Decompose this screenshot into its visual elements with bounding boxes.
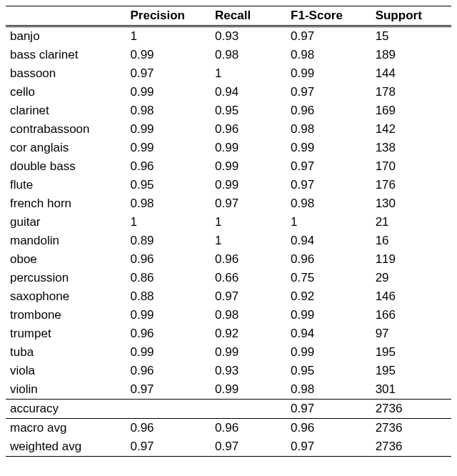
cell-recall: 0.66 — [211, 269, 286, 287]
cell-precision: 0.96 — [126, 419, 211, 438]
cell-precision: 1 — [126, 26, 211, 46]
cell-recall: 0.98 — [211, 306, 286, 324]
cell-precision: 0.99 — [126, 83, 211, 101]
cell-support: 2736 — [371, 419, 451, 438]
cell-f1: 0.99 — [286, 343, 371, 362]
row-label: macro avg — [6, 419, 126, 438]
cell-support: 119 — [371, 250, 451, 269]
col-f1: F1-Score — [286, 6, 371, 26]
cell-precision: 0.89 — [126, 232, 211, 250]
cell-precision: 0.95 — [126, 176, 211, 194]
table-row: accuracy0.972736 — [6, 400, 451, 419]
cell-recall: 0.96 — [211, 120, 286, 139]
cell-recall: 0.98 — [211, 46, 286, 64]
table-row: cor anglais0.990.990.99138 — [6, 139, 451, 157]
cell-f1: 0.96 — [286, 250, 371, 269]
cell-support: 16 — [371, 232, 451, 250]
cell-recall: 0.99 — [211, 176, 286, 194]
table-row: percussion0.860.660.7529 — [6, 269, 451, 287]
row-label: banjo — [6, 26, 126, 46]
row-label: saxophone — [6, 287, 126, 306]
cell-precision: 0.96 — [126, 250, 211, 269]
cell-f1: 0.99 — [286, 306, 371, 324]
cell-support: 138 — [371, 139, 451, 157]
cell-recall: 0.95 — [211, 101, 286, 120]
cell-recall: 1 — [211, 232, 286, 250]
table-row: mandolin0.8910.9416 — [6, 232, 451, 250]
col-recall: Recall — [211, 6, 286, 26]
table-row: contrabassoon0.990.960.98142 — [6, 120, 451, 139]
col-blank — [6, 6, 126, 26]
cell-precision: 1 — [126, 213, 211, 232]
table-row: bassoon0.9710.99144 — [6, 64, 451, 83]
table-row: weighted avg0.970.970.972736 — [6, 437, 451, 457]
table-row: guitar11121 — [6, 213, 451, 232]
cell-f1: 0.96 — [286, 101, 371, 120]
classification-report-table: Precision Recall F1-Score Support banjo1… — [6, 6, 451, 457]
row-label: accuracy — [6, 400, 126, 419]
col-support: Support — [371, 6, 451, 26]
col-precision: Precision — [126, 6, 211, 26]
cell-support: 130 — [371, 194, 451, 213]
cell-precision: 0.99 — [126, 120, 211, 139]
cell-f1: 0.75 — [286, 269, 371, 287]
cell-recall: 0.97 — [211, 287, 286, 306]
cell-recall: 0.93 — [211, 26, 286, 46]
cell-precision: 0.86 — [126, 269, 211, 287]
row-label: trumpet — [6, 324, 126, 343]
row-label: bassoon — [6, 64, 126, 83]
row-label: guitar — [6, 213, 126, 232]
cell-recall: 0.96 — [211, 419, 286, 438]
cell-precision: 0.99 — [126, 343, 211, 362]
cell-f1: 0.94 — [286, 324, 371, 343]
cell-recall: 0.92 — [211, 324, 286, 343]
cell-recall: 0.94 — [211, 83, 286, 101]
cell-precision: 0.99 — [126, 306, 211, 324]
cell-recall: 1 — [211, 64, 286, 83]
cell-support: 189 — [371, 46, 451, 64]
table-row: trumpet0.960.920.9497 — [6, 324, 451, 343]
row-label: double bass — [6, 157, 126, 176]
table-row: french horn0.980.970.98130 — [6, 194, 451, 213]
cell-f1: 0.92 — [286, 287, 371, 306]
cell-recall: 0.96 — [211, 250, 286, 269]
row-label: trombone — [6, 306, 126, 324]
cell-precision: 0.96 — [126, 324, 211, 343]
cell-f1: 0.95 — [286, 362, 371, 380]
table-row: saxophone0.880.970.92146 — [6, 287, 451, 306]
cell-support: 195 — [371, 362, 451, 380]
cell-f1: 0.99 — [286, 139, 371, 157]
table-row: cello0.990.940.97178 — [6, 83, 451, 101]
cell-f1: 0.97 — [286, 400, 371, 419]
cell-f1: 0.94 — [286, 232, 371, 250]
row-label: bass clarinet — [6, 46, 126, 64]
cell-recall: 0.93 — [211, 362, 286, 380]
table-row: oboe0.960.960.96119 — [6, 250, 451, 269]
cell-f1: 1 — [286, 213, 371, 232]
row-label: viola — [6, 362, 126, 380]
cell-recall: 0.99 — [211, 157, 286, 176]
cell-f1: 0.97 — [286, 26, 371, 46]
cell-f1: 0.97 — [286, 157, 371, 176]
cell-f1: 0.97 — [286, 437, 371, 457]
cell-support: 2736 — [371, 400, 451, 419]
cell-f1: 0.98 — [286, 380, 371, 400]
cell-support: 169 — [371, 101, 451, 120]
cell-support: 142 — [371, 120, 451, 139]
cell-f1: 0.98 — [286, 120, 371, 139]
cell-precision: 0.98 — [126, 101, 211, 120]
row-label: tuba — [6, 343, 126, 362]
table-row: clarinet0.980.950.96169 — [6, 101, 451, 120]
cell-support: 15 — [371, 26, 451, 46]
cell-support: 178 — [371, 83, 451, 101]
table-row: banjo10.930.9715 — [6, 26, 451, 46]
cell-precision: 0.99 — [126, 46, 211, 64]
cell-precision: 0.96 — [126, 362, 211, 380]
row-label: percussion — [6, 269, 126, 287]
cell-support: 146 — [371, 287, 451, 306]
cell-f1: 0.97 — [286, 83, 371, 101]
row-label: cello — [6, 83, 126, 101]
row-label: clarinet — [6, 101, 126, 120]
cell-support: 2736 — [371, 437, 451, 457]
cell-support: 29 — [371, 269, 451, 287]
